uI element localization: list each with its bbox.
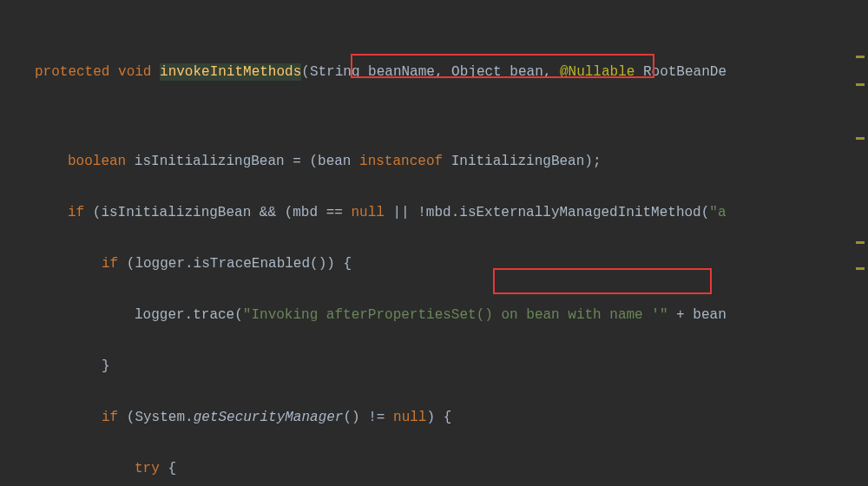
keyword-try: try: [135, 461, 160, 476]
code-line: if (logger.isTraceEnabled()) {: [0, 252, 868, 278]
code-line: logger.trace("Invoking afterPropertiesSe…: [0, 303, 868, 329]
code-line: try {: [0, 456, 868, 483]
code-text: (String beanName, Object bean,: [301, 64, 560, 80]
code-text: () !=: [343, 410, 393, 425]
code-line: if (System.getSecurityManager() != null)…: [0, 405, 868, 431]
static-method: getSecurityManager: [194, 410, 344, 425]
gutter-warning-icon[interactable]: [856, 137, 865, 140]
annotation: @Nullable: [560, 64, 635, 80]
keyword-null: null: [393, 410, 426, 425]
code-line: }: [0, 354, 868, 380]
string-literal: "a: [709, 205, 726, 220]
code-line: boolean isInitializingBean = (bean insta…: [0, 149, 868, 175]
code-text: RootBeanDe: [635, 64, 727, 80]
keyword-if: if: [102, 410, 118, 425]
code-text: (logger.isTraceEnabled()) {: [118, 256, 352, 272]
brace: }: [102, 358, 110, 374]
code-text: (System.: [118, 410, 193, 425]
keyword-void: void: [118, 64, 151, 80]
gutter-warning-icon[interactable]: [856, 267, 865, 270]
keyword-instanceof: instanceof: [359, 154, 443, 169]
code-text: isInitializingBean = (bean: [126, 154, 359, 169]
keyword-null: null: [351, 205, 384, 220]
code-text: ) {: [426, 410, 451, 425]
code-line: protected void invokeInitMethods(String …: [0, 60, 868, 86]
code-text: logger.trace(: [135, 307, 243, 323]
string-literal: "Invoking afterPropertiesSet() on bean w…: [243, 307, 668, 323]
code-text: || !mbd.isExternallyManagedInitMethod(: [385, 205, 709, 220]
gutter-warning-icon[interactable]: [856, 83, 865, 86]
method-name: invokeInitMethods: [160, 63, 301, 81]
gutter-warning-icon[interactable]: [856, 56, 865, 58]
code-text: (isInitializingBean && (mbd ==: [84, 205, 351, 220]
code-text: + bean: [668, 307, 727, 323]
keyword-if: if: [68, 205, 84, 220]
code-line: if (isInitializingBean && (mbd == null |…: [0, 200, 868, 227]
code-text: InitializingBean);: [443, 154, 601, 169]
keyword-if: if: [102, 256, 118, 272]
code-text: {: [160, 461, 176, 476]
gutter-warning-icon[interactable]: [856, 241, 865, 244]
keyword-protected: protected: [35, 64, 109, 80]
keyword-boolean: boolean: [68, 154, 126, 169]
code-editor[interactable]: protected void invokeInitMethods(String …: [0, 0, 868, 486]
